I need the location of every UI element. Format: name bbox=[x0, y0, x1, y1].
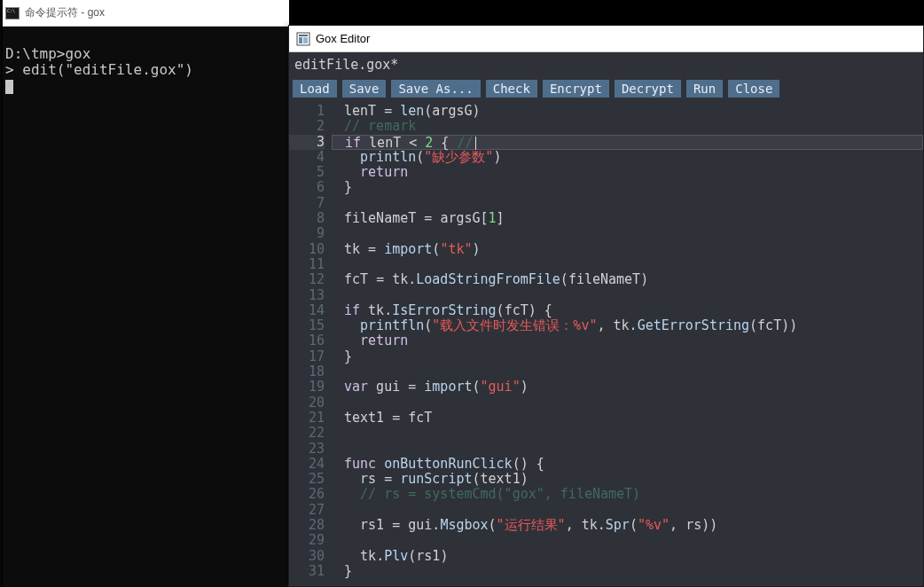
token-num: 2 bbox=[425, 135, 433, 151]
editor-titlebar[interactable]: Gox Editor bbox=[289, 26, 923, 52]
token-pun: )) bbox=[781, 317, 797, 333]
code-area[interactable]: lenT = len(argsG)// remarkif lenT < 2 { … bbox=[332, 104, 923, 586]
token-str: "gui" bbox=[481, 379, 521, 395]
token-pun: ( bbox=[473, 379, 481, 395]
code-line[interactable]: fcT = tk.LoadStringFromFile(fileNameT) bbox=[332, 272, 923, 287]
token-kw: return bbox=[360, 164, 408, 180]
token-kw: if bbox=[345, 135, 361, 151]
token-pun: ) { bbox=[529, 302, 552, 318]
line-number: 23 bbox=[289, 442, 325, 457]
decrypt-button[interactable]: Decrypt bbox=[615, 80, 681, 98]
token-num: 1 bbox=[489, 210, 497, 226]
token-pad bbox=[344, 486, 360, 502]
token-fn: GetErrorString bbox=[638, 317, 749, 333]
code-line[interactable]: text1 = fcT bbox=[332, 411, 923, 426]
token-op: = bbox=[424, 210, 440, 226]
token-id: fileNameT bbox=[344, 210, 424, 226]
code-line[interactable]: } bbox=[332, 564, 923, 579]
token-id: rs bbox=[685, 517, 701, 533]
line-number: 22 bbox=[289, 426, 325, 441]
terminal-titlebar[interactable]: 命令提示符 - gox bbox=[0, 0, 289, 27]
save-button[interactable]: Save bbox=[342, 80, 387, 98]
check-button[interactable]: Check bbox=[486, 80, 537, 98]
code-line[interactable]: tk = import("tk") bbox=[332, 242, 923, 257]
close-button[interactable]: Close bbox=[728, 80, 779, 98]
token-pun: . bbox=[376, 548, 384, 564]
line-number: 8 bbox=[289, 211, 325, 226]
text-caret bbox=[475, 137, 476, 150]
line-number: 24 bbox=[289, 457, 325, 472]
token-pun: ) bbox=[440, 548, 448, 564]
token-fn: Spr bbox=[606, 517, 630, 533]
line-number: 9 bbox=[289, 226, 325, 241]
code-line[interactable] bbox=[332, 533, 923, 548]
line-number: 30 bbox=[289, 549, 325, 564]
token-pun: ( bbox=[560, 271, 568, 287]
code-line[interactable] bbox=[332, 196, 923, 211]
token-pad bbox=[344, 333, 360, 348]
token-pun: ) bbox=[473, 104, 481, 119]
token-fn: import bbox=[384, 241, 432, 257]
code-line[interactable]: lenT = len(argsG) bbox=[332, 104, 923, 119]
code-line[interactable] bbox=[332, 442, 923, 457]
run-button[interactable]: Run bbox=[686, 80, 723, 98]
code-line[interactable]: rs1 = gui.Msgbox("运行结果", tk.Spr("%v", rs… bbox=[332, 518, 923, 533]
code-line[interactable]: rs = runScript(text1) bbox=[332, 472, 923, 487]
code-line[interactable] bbox=[332, 503, 923, 518]
token-pun: ) bbox=[473, 241, 481, 257]
editor-window: Gox Editor editFile.gox* Load Save Save … bbox=[288, 25, 924, 587]
token-op: = bbox=[384, 104, 400, 119]
code-line[interactable]: if tk.IsErrorString(fcT) { bbox=[332, 303, 923, 318]
code-line[interactable]: var gui = import("gui") bbox=[332, 380, 923, 395]
token-pun: } bbox=[344, 563, 352, 579]
line-number: 27 bbox=[289, 503, 325, 518]
token-pun: ( bbox=[416, 149, 424, 165]
token-fn: printfln bbox=[360, 317, 424, 333]
load-button[interactable]: Load bbox=[293, 80, 337, 98]
token-id: text1 bbox=[344, 410, 392, 426]
code-line[interactable]: if lenT < 2 { // bbox=[332, 135, 923, 150]
svg-rect-3 bbox=[303, 37, 308, 43]
token-op: = bbox=[408, 379, 424, 395]
encrypt-button[interactable]: Encrypt bbox=[543, 80, 609, 98]
code-line[interactable]: return bbox=[332, 165, 923, 180]
code-line[interactable]: println("缺少参数") bbox=[332, 150, 923, 165]
token-id: tk bbox=[360, 548, 376, 564]
code-line[interactable]: } bbox=[332, 180, 923, 195]
code-line[interactable]: tk.Plv(rs1) bbox=[332, 549, 923, 564]
line-number: 10 bbox=[289, 242, 325, 257]
code-line[interactable]: } bbox=[332, 349, 923, 364]
term-command: gox bbox=[65, 45, 90, 62]
token-pad bbox=[344, 471, 360, 487]
code-line[interactable] bbox=[332, 426, 923, 441]
code-line[interactable] bbox=[332, 364, 923, 380]
token-pun: ( bbox=[473, 471, 481, 487]
save-as-button[interactable]: Save As... bbox=[391, 80, 480, 98]
code-line[interactable] bbox=[332, 226, 923, 241]
token-op: = bbox=[368, 241, 384, 257]
editor-filename: editFile.gox* bbox=[289, 52, 923, 77]
code-line[interactable] bbox=[332, 288, 923, 303]
code-line[interactable]: return bbox=[332, 333, 923, 348]
terminal-body[interactable]: D:\tmp>gox > edit("editFile.gox") bbox=[0, 27, 289, 98]
code-line[interactable] bbox=[332, 257, 923, 272]
code-line[interactable]: // rs = systemCmd("gox", fileNameT) bbox=[332, 487, 923, 502]
token-pun: . bbox=[408, 271, 416, 287]
code-line[interactable] bbox=[332, 395, 923, 411]
token-pun: , bbox=[670, 517, 685, 533]
code-line[interactable]: // remark bbox=[332, 119, 923, 134]
code-line[interactable]: func onButtonRunClick() { bbox=[332, 457, 923, 472]
editor-body[interactable]: 1234567891011121314151617181920212223242… bbox=[289, 104, 923, 586]
line-gutter: 1234567891011121314151617181920212223242… bbox=[289, 104, 332, 586]
token-pad bbox=[344, 149, 360, 165]
token-str: "%v" bbox=[638, 517, 670, 533]
token-id: lenT bbox=[361, 135, 409, 151]
token-id: tk bbox=[614, 317, 630, 333]
code-line[interactable]: printfln("载入文件时发生错误：%v", tk.GetErrorStri… bbox=[332, 318, 923, 333]
code-line[interactable]: fileNameT = argsG[1] bbox=[332, 211, 923, 226]
line-number: 1 bbox=[289, 104, 325, 119]
line-number: 14 bbox=[289, 303, 325, 318]
token-id: rs bbox=[360, 471, 384, 487]
token-cmt: // bbox=[457, 135, 473, 151]
svg-rect-1 bbox=[299, 35, 308, 36]
